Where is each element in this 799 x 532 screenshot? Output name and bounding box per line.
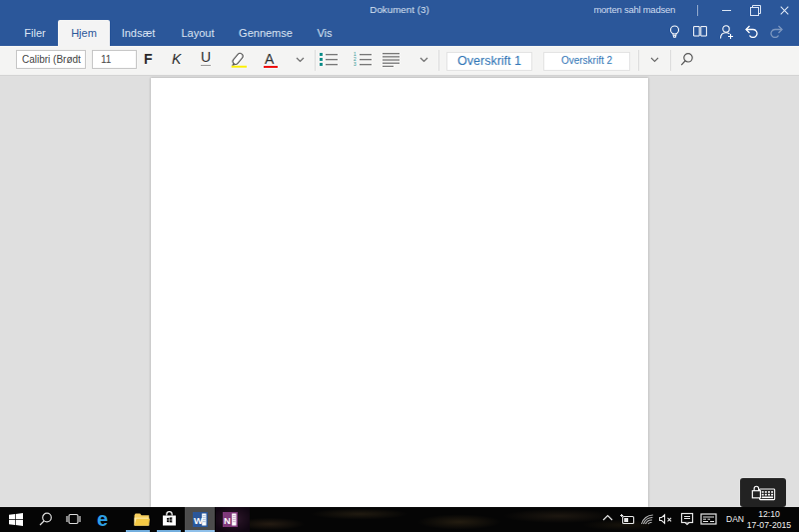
svg-text:N: N: [224, 514, 231, 525]
svg-text:W: W: [194, 514, 203, 525]
svg-text:3: 3: [354, 62, 357, 67]
